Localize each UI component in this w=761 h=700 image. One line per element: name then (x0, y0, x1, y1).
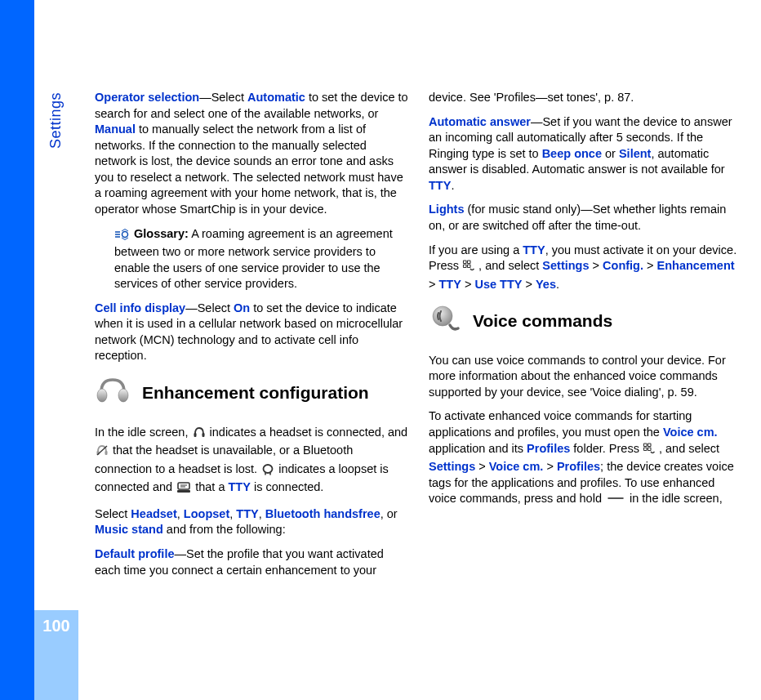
text: , (177, 507, 184, 520)
svg-rect-10 (194, 433, 196, 437)
text: (for music stand only)—Set whether light… (429, 203, 726, 232)
text: —Select (199, 91, 247, 104)
voice-commands-icon (429, 304, 461, 338)
lights-lead: Lights (429, 203, 465, 216)
app-voice-cm: Voice cm. (663, 426, 718, 439)
headset-connected-icon (192, 426, 207, 444)
text: —Select (185, 301, 234, 314)
svg-rect-18 (178, 483, 189, 489)
option-beep-once: Beep once (542, 147, 602, 160)
voice-intro-para: You can use voice commands to control yo… (429, 353, 743, 401)
separator-gt: > (593, 259, 599, 272)
side-section-label: Settings (46, 92, 65, 149)
separator-gt: > (429, 278, 435, 291)
path-profiles: Profiles (557, 460, 600, 473)
svg-rect-27 (643, 444, 647, 447)
svg-point-15 (264, 465, 273, 473)
text: In the idle screen, (95, 426, 192, 439)
option-tty: TTY (523, 243, 545, 256)
svg-point-8 (97, 389, 107, 402)
folder-profiles: Profiles (527, 442, 570, 455)
option-tty: TTY (429, 179, 451, 192)
enhancement-heading-row: Enhancement configuration (95, 376, 409, 410)
svg-point-9 (118, 389, 128, 402)
select-enhancement-para: Select Headset, Loopset, TTY, Bluetooth … (95, 506, 409, 538)
operator-selection-para: Operator selection—Select Automatic to s… (95, 90, 409, 218)
separator-gt: > (647, 259, 653, 272)
separator-gt: > (525, 278, 532, 291)
text: in the idle screen, (626, 492, 723, 505)
menu-key-icon (643, 442, 656, 460)
path-settings: Settings (542, 259, 589, 272)
automatic-answer-lead: Automatic answer (429, 115, 531, 128)
path-settings: Settings (429, 460, 475, 473)
option-manual: Manual (95, 123, 136, 136)
svg-line-4 (122, 229, 125, 231)
option-tty: TTY (236, 507, 258, 520)
right-softkey-icon (607, 497, 624, 500)
cell-info-para: Cell info display—Select On to set the d… (95, 301, 409, 364)
cell-info-lead: Cell info display (95, 301, 185, 314)
voice-commands-heading-row: Voice commands (429, 304, 743, 338)
glossary-block: Glossary: A roaming agreement is an agre… (114, 226, 409, 292)
svg-point-3 (122, 231, 128, 237)
svg-rect-11 (202, 433, 204, 437)
option-loopset: Loopset (184, 507, 229, 520)
text: . (556, 278, 559, 291)
path-yes: Yes (536, 278, 556, 291)
option-on: On (234, 301, 250, 314)
default-profile-lead: Default profile (95, 547, 174, 560)
option-music-stand: Music stand (95, 523, 163, 536)
svg-rect-29 (643, 448, 647, 451)
text: application and its (429, 442, 527, 455)
svg-point-26 (433, 306, 452, 326)
svg-rect-23 (468, 261, 471, 264)
text: folder. Press (570, 442, 643, 455)
separator-gt: > (465, 278, 471, 291)
text: that a (192, 480, 228, 493)
path-use-tty: Use TTY (474, 278, 522, 291)
path-voice-cm: Voice cm. (489, 460, 544, 473)
automatic-answer-para: Automatic answer—Set if you want the dev… (429, 114, 743, 194)
headset-unavailable-icon (95, 444, 109, 461)
text: indicates a headset is connected, and (207, 426, 408, 439)
loopset-icon (260, 462, 275, 480)
svg-rect-24 (464, 265, 467, 268)
headset-icon (95, 376, 131, 410)
text: and from the following: (163, 523, 286, 536)
tty-icon (176, 480, 192, 498)
text: Select (95, 507, 131, 520)
option-silent: Silent (619, 147, 651, 160)
option-tty: TTY (229, 480, 251, 493)
glossary-bullet-icon (114, 229, 129, 245)
text: is connected. (251, 480, 323, 493)
option-automatic: Automatic (247, 91, 305, 104)
text: , or (380, 507, 398, 520)
menu-key-icon (462, 259, 475, 277)
option-bluetooth-handsfree: Bluetooth handsfree (265, 507, 380, 520)
blue-spine (0, 0, 34, 700)
enhancement-heading: Enhancement configuration (142, 381, 369, 404)
svg-line-5 (122, 238, 125, 240)
separator-gt: > (546, 460, 553, 473)
voice-activate-para: To activate enhanced voice commands for … (429, 408, 743, 506)
operator-selection-lead: Operator selection (95, 91, 199, 104)
text: If you are using a (429, 243, 523, 256)
path-tty: TTY (439, 278, 461, 291)
svg-line-6 (125, 229, 128, 231)
option-headset: Headset (131, 507, 176, 520)
svg-rect-30 (648, 448, 651, 451)
svg-rect-22 (464, 261, 467, 264)
svg-rect-13 (105, 451, 108, 455)
text: . (451, 179, 454, 192)
text: , and select (475, 259, 542, 272)
path-config: Config. (603, 259, 643, 272)
path-enhancement: Enhancement (657, 259, 735, 272)
separator-gt: > (478, 460, 485, 473)
idle-screen-para: In the idle screen, indicates a headset … (95, 425, 409, 498)
page-number: 100 (42, 615, 69, 637)
text: , and select (656, 442, 719, 455)
text: to manually select the network from a li… (95, 123, 403, 216)
tty-activate-para: If you are using a TTY, you must activat… (429, 243, 743, 293)
page-content: Operator selection—Select Automatic to s… (95, 90, 743, 594)
